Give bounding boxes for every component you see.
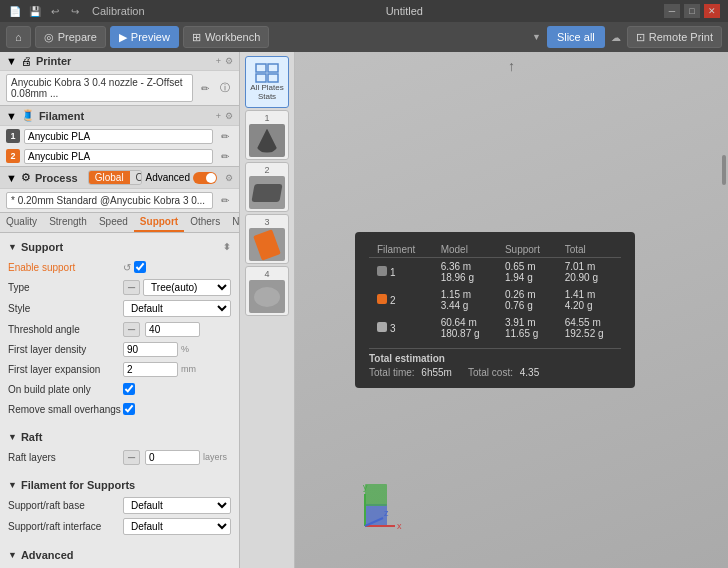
- filament-icon: 🧵: [21, 109, 35, 122]
- window-controls: ─ □ ✕: [664, 4, 720, 18]
- support-raft-base-select[interactable]: Default: [123, 497, 231, 514]
- advanced-switch[interactable]: [193, 172, 217, 184]
- threshold-input[interactable]: [145, 322, 200, 337]
- remove-overhangs-checkbox[interactable]: [123, 403, 135, 415]
- threshold-indicator: ─: [123, 322, 140, 337]
- toolbar: ⌂ ◎ Prepare ▶ Preview ⊞ Workbench ▼ Slic…: [0, 22, 728, 52]
- tab-quality[interactable]: Quality: [0, 213, 43, 232]
- filament-row-2: 2 Anycubic PLA ✏: [0, 146, 239, 166]
- thumb-num-2: 2: [264, 165, 269, 175]
- type-row: Type ─ Tree(auto): [0, 277, 239, 298]
- stats-card: Filament Model Support Total 1 6.36 m18.…: [355, 232, 635, 388]
- support-raft-interface-label: Support/raft interface: [8, 521, 123, 532]
- thumb-shape-3: [253, 229, 281, 260]
- style-row: Style Default: [0, 298, 239, 319]
- prepare-button[interactable]: ◎ Prepare: [35, 26, 106, 48]
- gizmo: x y z: [355, 474, 419, 538]
- sub-tabs: Quality Strength Speed Support Others No…: [0, 213, 239, 233]
- style-select[interactable]: Default: [123, 300, 231, 317]
- advanced-collapse-icon: ▼: [8, 550, 17, 560]
- support-raft-base-row: Support/raft base Default: [0, 495, 239, 516]
- tab-notes[interactable]: Notes: [226, 213, 240, 232]
- toolbar-right: ▼ Slice all ☁ ⊡ Remote Print: [532, 26, 722, 48]
- enable-support-value: ↺: [123, 261, 231, 273]
- stats-total-2: 1.41 m4.20 g: [557, 286, 621, 314]
- thumb-preview-4: [249, 280, 285, 313]
- printer-name: Anycubic Kobra 3 0.4 nozzle - Z-Offset 0…: [6, 74, 193, 102]
- tab-strength[interactable]: Strength: [43, 213, 93, 232]
- tab-objects[interactable]: Objects: [130, 171, 142, 184]
- process-settings-icon[interactable]: ⚙: [225, 173, 233, 183]
- filament-color-3: [377, 322, 387, 332]
- thumb-3[interactable]: 3: [245, 214, 289, 264]
- printer-settings-icon[interactable]: ⚙: [225, 56, 233, 66]
- stats-col-model: Model: [433, 242, 497, 258]
- redo-icon[interactable]: ↪: [68, 4, 82, 18]
- enable-support-reset[interactable]: ↺: [123, 262, 131, 273]
- save-icon[interactable]: 💾: [28, 4, 42, 18]
- on-build-plate-checkbox[interactable]: [123, 383, 135, 395]
- stats-model-2: 1.15 m3.44 g: [433, 286, 497, 314]
- printer-icon: 🖨: [21, 55, 32, 67]
- total-values: Total time: 6h55m Total cost: 4.35: [369, 367, 621, 378]
- thumb-4[interactable]: 4: [245, 266, 289, 316]
- thumb-preview-2: [249, 176, 285, 209]
- all-plates-icon: [255, 63, 279, 83]
- total-time-row: Total time: 6h55m: [369, 367, 452, 378]
- filament-edit-2[interactable]: ✏: [217, 148, 233, 164]
- close-button[interactable]: ✕: [704, 4, 720, 18]
- first-layer-density-input[interactable]: [123, 342, 178, 357]
- printer-edit-icon[interactable]: ✏: [197, 80, 213, 96]
- filament-edit-1[interactable]: ✏: [217, 128, 233, 144]
- enable-support-checkbox[interactable]: [134, 261, 146, 273]
- process-header[interactable]: ▼ ⚙ Process Global Objects Advanced ⚙: [0, 167, 239, 189]
- stats-table: Filament Model Support Total 1 6.36 m18.…: [369, 242, 621, 342]
- filament-header[interactable]: ▼ 🧵 Filament + ⚙: [0, 106, 239, 126]
- file-icon[interactable]: 📄: [8, 4, 22, 18]
- thumb-all-plates[interactable]: All Plates Stats: [245, 56, 289, 108]
- remote-print-button[interactable]: ⊡ Remote Print: [627, 26, 722, 48]
- filament-select-2[interactable]: Anycubic PLA: [24, 149, 213, 164]
- printer-info-icon[interactable]: ⓘ: [217, 80, 233, 96]
- main-area: ▼ 🖨 Printer + ⚙ Anycubic Kobra 3 0.4 noz…: [0, 52, 728, 568]
- slice-all-button[interactable]: Slice all: [547, 26, 605, 48]
- svg-rect-2: [256, 74, 266, 82]
- preview-button[interactable]: ▶ Preview: [110, 26, 179, 48]
- workbench-button[interactable]: ⊞ Workbench: [183, 26, 269, 48]
- tab-global[interactable]: Global: [89, 171, 130, 184]
- tab-others[interactable]: Others: [184, 213, 226, 232]
- all-plates-label: All Plates Stats: [248, 83, 286, 101]
- process-edit-icon[interactable]: ✏: [217, 193, 233, 209]
- svg-rect-5: [365, 484, 387, 506]
- maximize-button[interactable]: □: [684, 4, 700, 18]
- home-button[interactable]: ⌂: [6, 26, 31, 48]
- printer-add-icon[interactable]: +: [216, 56, 221, 66]
- thumb-num-3: 3: [264, 217, 269, 227]
- undo-icon[interactable]: ↩: [48, 4, 62, 18]
- total-time-value: 6h55m: [421, 367, 452, 378]
- thumb-2[interactable]: 2: [245, 162, 289, 212]
- tab-support[interactable]: Support: [134, 213, 184, 232]
- filament-add-icon[interactable]: +: [216, 111, 221, 121]
- printer-header[interactable]: ▼ 🖨 Printer + ⚙: [0, 52, 239, 71]
- filament-select-1[interactable]: Anycubic PLA: [24, 129, 213, 144]
- support-raft-interface-select[interactable]: Default: [123, 518, 231, 535]
- first-layer-expansion-input[interactable]: [123, 362, 178, 377]
- svg-text:y: y: [363, 482, 368, 492]
- tab-speed[interactable]: Speed: [93, 213, 134, 232]
- type-value: ─ Tree(auto): [123, 279, 231, 296]
- nav-up-icon: ↑: [508, 58, 515, 74]
- type-label: Type: [8, 282, 123, 293]
- on-build-plate-label: On build plate only: [8, 384, 123, 395]
- filament-settings-icon[interactable]: ⚙: [225, 111, 233, 121]
- scroll-indicator[interactable]: [722, 155, 726, 185]
- minimize-button[interactable]: ─: [664, 4, 680, 18]
- slice-dropdown-arrow[interactable]: ▼: [532, 32, 541, 42]
- raft-layers-input[interactable]: [145, 450, 200, 465]
- workbench-icon: ⊞: [192, 31, 201, 44]
- thumb-shape-1: [255, 129, 279, 153]
- titlebar-left-icons: 📄 💾 ↩ ↪: [8, 4, 82, 18]
- type-select[interactable]: Tree(auto): [143, 279, 231, 296]
- prepare-label: Prepare: [58, 31, 97, 43]
- thumb-1[interactable]: 1: [245, 110, 289, 160]
